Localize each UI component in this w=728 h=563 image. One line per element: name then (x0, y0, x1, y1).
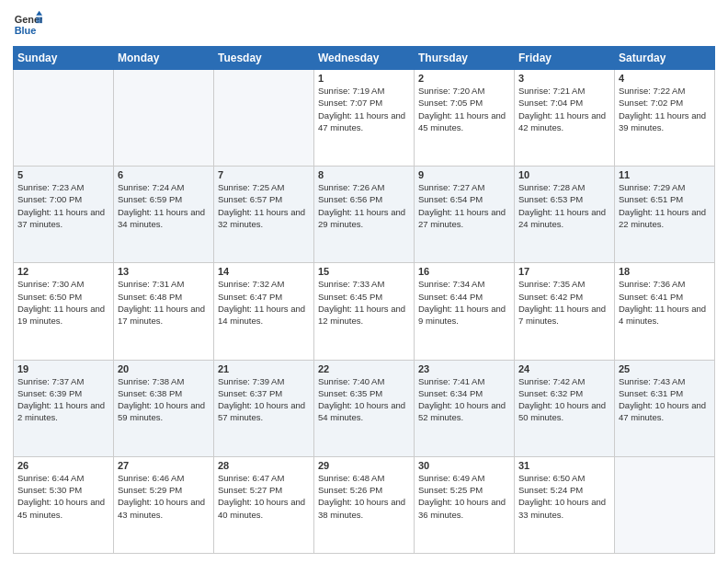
calendar-cell: 5Sunrise: 7:23 AM Sunset: 7:00 PM Daylig… (14, 167, 114, 263)
day-number: 17 (518, 266, 610, 277)
day-number: 26 (17, 460, 109, 471)
day-info: Sunrise: 7:43 AM Sunset: 6:31 PM Dayligh… (619, 375, 711, 424)
day-header-tuesday: Tuesday (214, 47, 314, 70)
week-row-5: 26Sunrise: 6:44 AM Sunset: 5:30 PM Dayli… (14, 456, 715, 553)
day-header-sunday: Sunday (14, 47, 114, 70)
day-number: 27 (118, 460, 210, 471)
day-info: Sunrise: 7:38 AM Sunset: 6:38 PM Dayligh… (118, 375, 210, 424)
day-info: Sunrise: 7:29 AM Sunset: 6:51 PM Dayligh… (619, 181, 711, 230)
day-number: 3 (518, 73, 610, 84)
calendar-cell: 23Sunrise: 7:41 AM Sunset: 6:34 PM Dayli… (415, 360, 515, 456)
calendar-cell: 30Sunrise: 6:49 AM Sunset: 5:25 PM Dayli… (415, 456, 515, 553)
day-info: Sunrise: 7:22 AM Sunset: 7:02 PM Dayligh… (619, 85, 711, 133)
calendar-cell: 15Sunrise: 7:33 AM Sunset: 6:45 PM Dayli… (314, 263, 415, 360)
day-info: Sunrise: 7:23 AM Sunset: 7:00 PM Dayligh… (17, 181, 109, 230)
svg-marker-3 (36, 17, 42, 23)
calendar-cell: 25Sunrise: 7:43 AM Sunset: 6:31 PM Dayli… (615, 360, 715, 456)
day-info: Sunrise: 7:21 AM Sunset: 7:04 PM Dayligh… (518, 85, 610, 133)
day-info: Sunrise: 7:25 AM Sunset: 6:57 PM Dayligh… (218, 181, 310, 230)
calendar-cell: 6Sunrise: 7:24 AM Sunset: 6:59 PM Daylig… (114, 167, 214, 263)
day-number: 16 (418, 266, 510, 277)
header-row: SundayMondayTuesdayWednesdayThursdayFrid… (14, 47, 715, 70)
day-info: Sunrise: 7:32 AM Sunset: 6:47 PM Dayligh… (218, 278, 310, 327)
calendar-cell (214, 70, 314, 167)
day-info: Sunrise: 7:27 AM Sunset: 6:54 PM Dayligh… (418, 181, 510, 230)
day-number: 15 (318, 266, 410, 277)
calendar-cell: 28Sunrise: 6:47 AM Sunset: 5:27 PM Dayli… (214, 456, 314, 553)
day-number: 9 (418, 169, 510, 180)
calendar-cell: 8Sunrise: 7:26 AM Sunset: 6:56 PM Daylig… (314, 167, 415, 263)
day-number: 23 (418, 363, 510, 374)
calendar-cell: 3Sunrise: 7:21 AM Sunset: 7:04 PM Daylig… (515, 70, 615, 167)
calendar-cell: 16Sunrise: 7:34 AM Sunset: 6:44 PM Dayli… (415, 263, 515, 360)
calendar-cell: 17Sunrise: 7:35 AM Sunset: 6:42 PM Dayli… (515, 263, 615, 360)
day-header-monday: Monday (114, 47, 214, 70)
week-row-1: 1Sunrise: 7:19 AM Sunset: 7:07 PM Daylig… (14, 70, 715, 167)
day-number: 5 (17, 169, 109, 180)
calendar-cell: 13Sunrise: 7:31 AM Sunset: 6:48 PM Dayli… (114, 263, 214, 360)
day-number: 19 (17, 363, 109, 374)
week-row-2: 5Sunrise: 7:23 AM Sunset: 7:00 PM Daylig… (14, 167, 715, 263)
calendar-table: SundayMondayTuesdayWednesdayThursdayFrid… (13, 46, 715, 554)
day-number: 1 (318, 73, 410, 84)
day-header-saturday: Saturday (615, 47, 715, 70)
svg-marker-2 (36, 11, 42, 16)
day-info: Sunrise: 7:36 AM Sunset: 6:41 PM Dayligh… (619, 278, 711, 327)
calendar-cell: 21Sunrise: 7:39 AM Sunset: 6:37 PM Dayli… (214, 360, 314, 456)
logo: General Blue (13, 9, 46, 39)
calendar-cell: 29Sunrise: 6:48 AM Sunset: 5:26 PM Dayli… (314, 456, 415, 553)
calendar-cell: 1Sunrise: 7:19 AM Sunset: 7:07 PM Daylig… (314, 70, 415, 167)
calendar-cell: 24Sunrise: 7:42 AM Sunset: 6:32 PM Dayli… (515, 360, 615, 456)
calendar-cell (615, 456, 715, 553)
day-info: Sunrise: 7:41 AM Sunset: 6:34 PM Dayligh… (418, 375, 510, 424)
day-info: Sunrise: 7:37 AM Sunset: 6:39 PM Dayligh… (17, 375, 109, 424)
day-number: 30 (418, 460, 510, 471)
day-info: Sunrise: 7:39 AM Sunset: 6:37 PM Dayligh… (218, 375, 310, 424)
calendar-cell: 18Sunrise: 7:36 AM Sunset: 6:41 PM Dayli… (615, 263, 715, 360)
calendar-cell: 27Sunrise: 6:46 AM Sunset: 5:29 PM Dayli… (114, 456, 214, 553)
header: General Blue (13, 9, 715, 39)
day-header-thursday: Thursday (415, 47, 515, 70)
calendar-cell: 11Sunrise: 7:29 AM Sunset: 6:51 PM Dayli… (615, 167, 715, 263)
day-info: Sunrise: 6:47 AM Sunset: 5:27 PM Dayligh… (218, 472, 310, 521)
day-number: 25 (619, 363, 711, 374)
day-info: Sunrise: 6:48 AM Sunset: 5:26 PM Dayligh… (318, 472, 410, 521)
svg-text:Blue: Blue (15, 25, 37, 36)
day-info: Sunrise: 6:44 AM Sunset: 5:30 PM Dayligh… (17, 472, 109, 521)
logo-icon: General Blue (13, 9, 42, 39)
calendar-cell: 12Sunrise: 7:30 AM Sunset: 6:50 PM Dayli… (14, 263, 114, 360)
day-info: Sunrise: 6:49 AM Sunset: 5:25 PM Dayligh… (418, 472, 510, 521)
day-number: 21 (218, 363, 310, 374)
calendar-cell: 2Sunrise: 7:20 AM Sunset: 7:05 PM Daylig… (415, 70, 515, 167)
day-number: 20 (118, 363, 210, 374)
day-number: 29 (318, 460, 410, 471)
calendar-cell: 19Sunrise: 7:37 AM Sunset: 6:39 PM Dayli… (14, 360, 114, 456)
day-number: 6 (118, 169, 210, 180)
day-number: 31 (518, 460, 610, 471)
day-info: Sunrise: 6:46 AM Sunset: 5:29 PM Dayligh… (118, 472, 210, 521)
calendar-cell: 22Sunrise: 7:40 AM Sunset: 6:35 PM Dayli… (314, 360, 415, 456)
day-info: Sunrise: 7:34 AM Sunset: 6:44 PM Dayligh… (418, 278, 510, 327)
day-header-friday: Friday (515, 47, 615, 70)
day-number: 8 (318, 169, 410, 180)
day-info: Sunrise: 7:30 AM Sunset: 6:50 PM Dayligh… (17, 278, 109, 327)
day-info: Sunrise: 7:26 AM Sunset: 6:56 PM Dayligh… (318, 181, 410, 230)
day-number: 24 (518, 363, 610, 374)
day-info: Sunrise: 7:33 AM Sunset: 6:45 PM Dayligh… (318, 278, 410, 327)
day-info: Sunrise: 7:40 AM Sunset: 6:35 PM Dayligh… (318, 375, 410, 424)
calendar-page: General Blue SundayMondayTuesdayWednesda… (0, 0, 728, 563)
day-header-wednesday: Wednesday (314, 47, 415, 70)
day-info: Sunrise: 7:28 AM Sunset: 6:53 PM Dayligh… (518, 181, 610, 230)
day-number: 2 (418, 73, 510, 84)
calendar-cell (14, 70, 114, 167)
calendar-cell: 4Sunrise: 7:22 AM Sunset: 7:02 PM Daylig… (615, 70, 715, 167)
calendar-cell (114, 70, 214, 167)
calendar-cell: 7Sunrise: 7:25 AM Sunset: 6:57 PM Daylig… (214, 167, 314, 263)
day-info: Sunrise: 7:31 AM Sunset: 6:48 PM Dayligh… (118, 278, 210, 327)
day-info: Sunrise: 7:42 AM Sunset: 6:32 PM Dayligh… (518, 375, 610, 424)
day-info: Sunrise: 7:35 AM Sunset: 6:42 PM Dayligh… (518, 278, 610, 327)
day-number: 7 (218, 169, 310, 180)
day-number: 13 (118, 266, 210, 277)
calendar-cell: 20Sunrise: 7:38 AM Sunset: 6:38 PM Dayli… (114, 360, 214, 456)
day-info: Sunrise: 6:50 AM Sunset: 5:24 PM Dayligh… (518, 472, 610, 521)
